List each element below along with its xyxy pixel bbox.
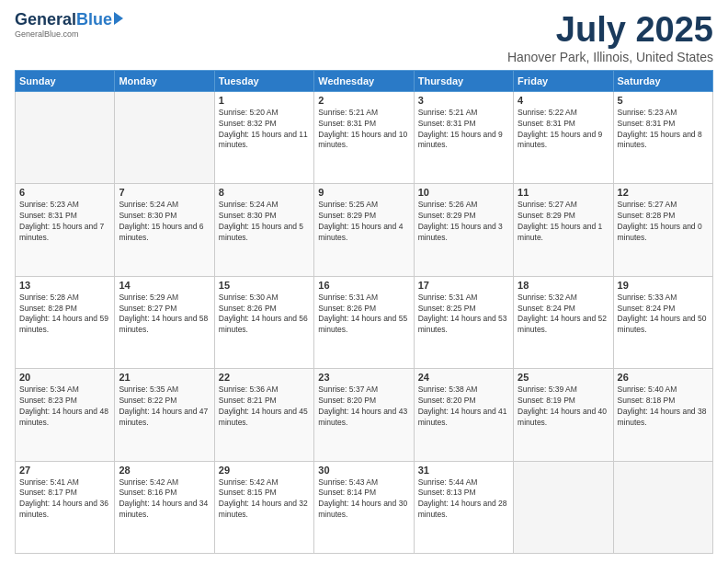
day-info: Sunrise: 5:44 AMSunset: 8:13 PMDaylight:… (418, 477, 509, 522)
logo-general: General (15, 11, 76, 28)
day-info: Sunrise: 5:21 AMSunset: 8:31 PMDaylight:… (318, 108, 409, 152)
col-thursday: Thursday (414, 70, 513, 91)
table-row: 17Sunrise: 5:31 AMSunset: 8:25 PMDayligh… (414, 276, 513, 368)
day-info: Sunrise: 5:31 AMSunset: 8:26 PMDaylight:… (318, 293, 409, 337)
table-row (613, 461, 712, 553)
table-row: 3Sunrise: 5:21 AMSunset: 8:31 PMDaylight… (414, 91, 513, 183)
day-number: 10 (418, 187, 509, 198)
day-info: Sunrise: 5:23 AMSunset: 8:31 PMDaylight:… (618, 108, 709, 152)
day-number: 30 (318, 465, 409, 476)
table-row: 23Sunrise: 5:37 AMSunset: 8:20 PMDayligh… (314, 369, 414, 461)
logo-blue: Blue (76, 11, 112, 28)
col-saturday: Saturday (613, 70, 712, 91)
day-number: 19 (618, 280, 709, 291)
day-number: 22 (219, 372, 310, 383)
day-number: 13 (19, 280, 110, 291)
col-tuesday: Tuesday (214, 70, 313, 91)
header: General Blue GeneralBlue.com July 2025 H… (15, 11, 713, 64)
table-row: 21Sunrise: 5:35 AMSunset: 8:22 PMDayligh… (115, 369, 214, 461)
day-number: 17 (418, 280, 509, 291)
table-row: 5Sunrise: 5:23 AMSunset: 8:31 PMDaylight… (613, 91, 712, 183)
table-row: 18Sunrise: 5:32 AMSunset: 8:24 PMDayligh… (514, 276, 613, 368)
calendar-week-row: 27Sunrise: 5:41 AMSunset: 8:17 PMDayligh… (16, 461, 713, 553)
table-row (16, 91, 115, 183)
day-info: Sunrise: 5:41 AMSunset: 8:17 PMDaylight:… (19, 477, 110, 522)
day-info: Sunrise: 5:32 AMSunset: 8:24 PMDaylight:… (518, 293, 609, 337)
day-info: Sunrise: 5:35 AMSunset: 8:22 PMDaylight:… (119, 385, 210, 429)
table-row: 16Sunrise: 5:31 AMSunset: 8:26 PMDayligh… (314, 276, 414, 368)
calendar-week-row: 13Sunrise: 5:28 AMSunset: 8:28 PMDayligh… (16, 276, 713, 368)
day-number: 24 (418, 372, 509, 383)
day-info: Sunrise: 5:40 AMSunset: 8:18 PMDaylight:… (618, 385, 709, 429)
table-row: 8Sunrise: 5:24 AMSunset: 8:30 PMDaylight… (214, 184, 313, 276)
day-info: Sunrise: 5:23 AMSunset: 8:31 PMDaylight:… (19, 200, 110, 244)
table-row: 25Sunrise: 5:39 AMSunset: 8:19 PMDayligh… (514, 369, 613, 461)
day-info: Sunrise: 5:36 AMSunset: 8:21 PMDaylight:… (219, 385, 310, 429)
table-row: 22Sunrise: 5:36 AMSunset: 8:21 PMDayligh… (214, 369, 313, 461)
day-info: Sunrise: 5:42 AMSunset: 8:15 PMDaylight:… (219, 477, 310, 522)
table-row: 9Sunrise: 5:25 AMSunset: 8:29 PMDaylight… (314, 184, 414, 276)
col-sunday: Sunday (16, 70, 115, 91)
day-info: Sunrise: 5:20 AMSunset: 8:32 PMDaylight:… (219, 108, 310, 152)
table-row: 19Sunrise: 5:33 AMSunset: 8:24 PMDayligh… (613, 276, 712, 368)
day-number: 28 (119, 465, 210, 476)
day-info: Sunrise: 5:28 AMSunset: 8:28 PMDaylight:… (19, 293, 110, 337)
table-row: 7Sunrise: 5:24 AMSunset: 8:30 PMDaylight… (115, 184, 214, 276)
day-info: Sunrise: 5:22 AMSunset: 8:31 PMDaylight:… (518, 108, 609, 152)
day-number: 18 (518, 280, 609, 291)
day-info: Sunrise: 5:43 AMSunset: 8:14 PMDaylight:… (318, 477, 409, 522)
day-number: 25 (518, 372, 609, 383)
table-row: 4Sunrise: 5:22 AMSunset: 8:31 PMDaylight… (514, 91, 613, 183)
title-block: July 2025 Hanover Park, Illinois, United… (507, 11, 713, 64)
day-info: Sunrise: 5:31 AMSunset: 8:25 PMDaylight:… (418, 293, 509, 337)
month-title: July 2025 (507, 11, 713, 50)
calendar: Sunday Monday Tuesday Wednesday Thursday… (15, 70, 713, 554)
day-info: Sunrise: 5:37 AMSunset: 8:20 PMDaylight:… (318, 385, 409, 429)
table-row: 6Sunrise: 5:23 AMSunset: 8:31 PMDaylight… (16, 184, 115, 276)
table-row (514, 461, 613, 553)
day-number: 31 (418, 465, 509, 476)
table-row: 28Sunrise: 5:42 AMSunset: 8:16 PMDayligh… (115, 461, 214, 553)
calendar-week-row: 1Sunrise: 5:20 AMSunset: 8:32 PMDaylight… (16, 91, 713, 183)
day-number: 8 (219, 187, 310, 198)
day-info: Sunrise: 5:34 AMSunset: 8:23 PMDaylight:… (19, 385, 110, 429)
day-info: Sunrise: 5:29 AMSunset: 8:27 PMDaylight:… (119, 293, 210, 337)
table-row: 26Sunrise: 5:40 AMSunset: 8:18 PMDayligh… (613, 369, 712, 461)
day-info: Sunrise: 5:21 AMSunset: 8:31 PMDaylight:… (418, 108, 509, 152)
calendar-week-row: 20Sunrise: 5:34 AMSunset: 8:23 PMDayligh… (16, 369, 713, 461)
table-row: 10Sunrise: 5:26 AMSunset: 8:29 PMDayligh… (414, 184, 513, 276)
day-info: Sunrise: 5:30 AMSunset: 8:26 PMDaylight:… (219, 293, 310, 337)
day-number: 3 (418, 95, 509, 106)
day-number: 16 (318, 280, 409, 291)
logo-url: GeneralBlue.com (15, 29, 79, 39)
day-number: 12 (618, 187, 709, 198)
day-info: Sunrise: 5:24 AMSunset: 8:30 PMDaylight:… (119, 200, 210, 244)
page: General Blue GeneralBlue.com July 2025 H… (0, 0, 728, 563)
day-info: Sunrise: 5:42 AMSunset: 8:16 PMDaylight:… (119, 477, 210, 522)
day-number: 6 (19, 187, 110, 198)
table-row: 14Sunrise: 5:29 AMSunset: 8:27 PMDayligh… (115, 276, 214, 368)
table-row: 12Sunrise: 5:27 AMSunset: 8:28 PMDayligh… (613, 184, 712, 276)
table-row (115, 91, 214, 183)
table-row: 29Sunrise: 5:42 AMSunset: 8:15 PMDayligh… (214, 461, 313, 553)
table-row: 13Sunrise: 5:28 AMSunset: 8:28 PMDayligh… (16, 276, 115, 368)
table-row: 31Sunrise: 5:44 AMSunset: 8:13 PMDayligh… (414, 461, 513, 553)
table-row: 24Sunrise: 5:38 AMSunset: 8:20 PMDayligh… (414, 369, 513, 461)
day-number: 2 (318, 95, 409, 106)
table-row: 27Sunrise: 5:41 AMSunset: 8:17 PMDayligh… (16, 461, 115, 553)
logo: General Blue GeneralBlue.com (15, 11, 123, 39)
day-number: 11 (518, 187, 609, 198)
day-info: Sunrise: 5:25 AMSunset: 8:29 PMDaylight:… (318, 200, 409, 244)
day-info: Sunrise: 5:24 AMSunset: 8:30 PMDaylight:… (219, 200, 310, 244)
day-number: 1 (219, 95, 310, 106)
day-number: 27 (19, 465, 110, 476)
day-info: Sunrise: 5:27 AMSunset: 8:29 PMDaylight:… (518, 200, 609, 244)
day-number: 26 (618, 372, 709, 383)
day-number: 15 (219, 280, 310, 291)
day-number: 5 (618, 95, 709, 106)
calendar-header-row: Sunday Monday Tuesday Wednesday Thursday… (16, 70, 713, 91)
day-info: Sunrise: 5:27 AMSunset: 8:28 PMDaylight:… (618, 200, 709, 244)
day-info: Sunrise: 5:38 AMSunset: 8:20 PMDaylight:… (418, 385, 509, 429)
logo-arrow-icon (114, 12, 123, 25)
day-info: Sunrise: 5:33 AMSunset: 8:24 PMDaylight:… (618, 293, 709, 337)
